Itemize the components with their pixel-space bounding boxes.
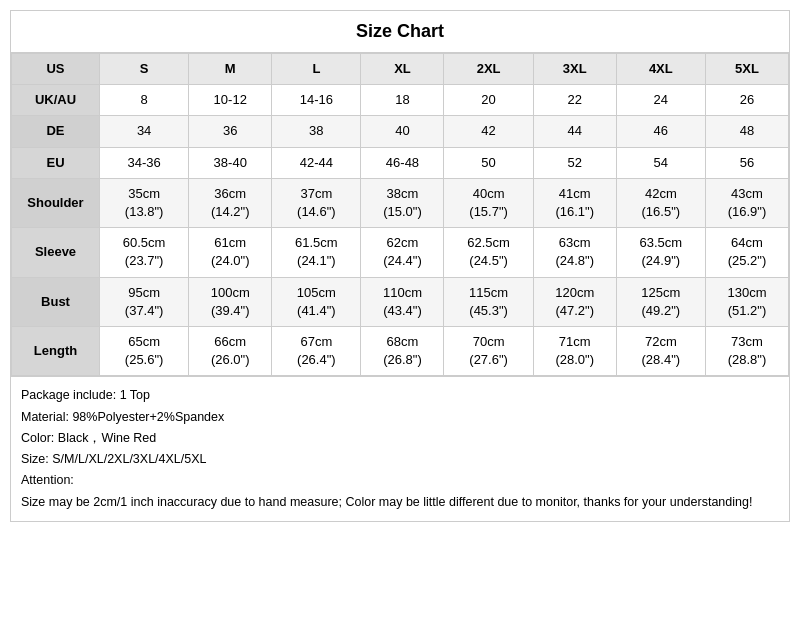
notes-line1: Package include: 1 Top [21,385,779,406]
cell-de-1: 36 [189,116,272,147]
cell-length-6: 72cm(28.4") [616,326,705,375]
header-size-1: M [189,54,272,85]
row-label-uk/au: UK/AU [12,85,100,116]
cell-bust-2: 105cm(41.4") [272,277,361,326]
cell-de-0: 34 [100,116,189,147]
cell-shoulder-4: 40cm(15.7") [444,178,533,227]
cell-de-6: 46 [616,116,705,147]
cell-eu-2: 42-44 [272,147,361,178]
row-label-bust: Bust [12,277,100,326]
cell-eu-1: 38-40 [189,147,272,178]
cell-length-7: 73cm(28.8") [705,326,788,375]
row-label-us: US [12,54,100,85]
cell-length-4: 70cm(27.6") [444,326,533,375]
cell-eu-4: 50 [444,147,533,178]
cell-length-0: 65cm(25.6") [100,326,189,375]
cell-eu-0: 34-36 [100,147,189,178]
cell-bust-4: 115cm(45.3") [444,277,533,326]
cell-shoulder-3: 38cm(15.0") [361,178,444,227]
size-chart-container: Size Chart USSMLXL2XL3XL4XL5XLUK/AU810-1… [10,10,790,522]
row-label-eu: EU [12,147,100,178]
cell-bust-0: 95cm(37.4") [100,277,189,326]
cell-uk/au-5: 22 [533,85,616,116]
notes-section: Package include: 1 Top Material: 98%Poly… [11,376,789,521]
cell-de-5: 44 [533,116,616,147]
cell-uk/au-7: 26 [705,85,788,116]
notes-line4: Size: S/M/L/XL/2XL/3XL/4XL/5XL [21,449,779,470]
row-label-shoulder: Shoulder [12,178,100,227]
cell-bust-7: 130cm(51.2") [705,277,788,326]
row-label-length: Length [12,326,100,375]
cell-shoulder-1: 36cm(14.2") [189,178,272,227]
cell-uk/au-3: 18 [361,85,444,116]
cell-sleeve-3: 62cm(24.4") [361,228,444,277]
cell-length-2: 67cm(26.4") [272,326,361,375]
row-label-sleeve: Sleeve [12,228,100,277]
cell-uk/au-0: 8 [100,85,189,116]
cell-shoulder-7: 43cm(16.9") [705,178,788,227]
cell-de-7: 48 [705,116,788,147]
cell-length-3: 68cm(26.8") [361,326,444,375]
header-size-0: S [100,54,189,85]
cell-sleeve-4: 62.5cm(24.5") [444,228,533,277]
cell-length-1: 66cm(26.0") [189,326,272,375]
cell-sleeve-1: 61cm(24.0") [189,228,272,277]
row-label-de: DE [12,116,100,147]
header-size-3: XL [361,54,444,85]
header-size-5: 3XL [533,54,616,85]
cell-uk/au-6: 24 [616,85,705,116]
header-size-6: 4XL [616,54,705,85]
notes-line6: Size may be 2cm/1 inch inaccuracy due to… [21,492,779,513]
cell-bust-6: 125cm(49.2") [616,277,705,326]
cell-sleeve-0: 60.5cm(23.7") [100,228,189,277]
cell-sleeve-6: 63.5cm(24.9") [616,228,705,277]
cell-sleeve-7: 64cm(25.2") [705,228,788,277]
cell-sleeve-2: 61.5cm(24.1") [272,228,361,277]
cell-shoulder-0: 35cm(13.8") [100,178,189,227]
notes-line3: Color: Black，Wine Red [21,428,779,449]
chart-title: Size Chart [11,11,789,53]
cell-uk/au-1: 10-12 [189,85,272,116]
size-table: USSMLXL2XL3XL4XL5XLUK/AU810-1214-1618202… [11,53,789,376]
cell-de-3: 40 [361,116,444,147]
notes-line5: Attention: [21,470,779,491]
header-size-4: 2XL [444,54,533,85]
cell-eu-7: 56 [705,147,788,178]
cell-shoulder-6: 42cm(16.5") [616,178,705,227]
header-size-2: L [272,54,361,85]
notes-line2: Material: 98%Polyester+2%Spandex [21,407,779,428]
cell-de-2: 38 [272,116,361,147]
cell-shoulder-5: 41cm(16.1") [533,178,616,227]
cell-uk/au-4: 20 [444,85,533,116]
cell-eu-3: 46-48 [361,147,444,178]
cell-uk/au-2: 14-16 [272,85,361,116]
cell-bust-1: 100cm(39.4") [189,277,272,326]
cell-sleeve-5: 63cm(24.8") [533,228,616,277]
cell-de-4: 42 [444,116,533,147]
cell-length-5: 71cm(28.0") [533,326,616,375]
cell-shoulder-2: 37cm(14.6") [272,178,361,227]
header-size-7: 5XL [705,54,788,85]
cell-bust-5: 120cm(47.2") [533,277,616,326]
cell-eu-6: 54 [616,147,705,178]
cell-bust-3: 110cm(43.4") [361,277,444,326]
cell-eu-5: 52 [533,147,616,178]
